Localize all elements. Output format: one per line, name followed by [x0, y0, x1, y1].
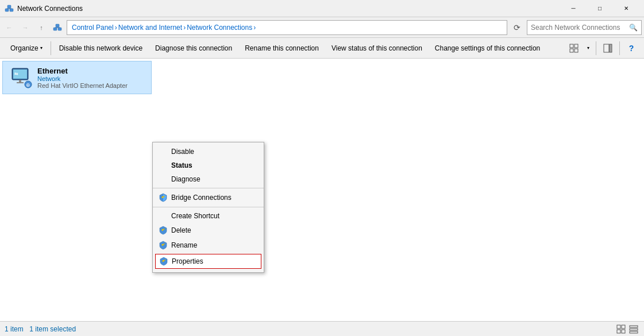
- change-settings-button[interactable]: Change settings of this connection: [429, 40, 546, 56]
- ctx-disable[interactable]: Disable: [153, 145, 264, 159]
- svg-rect-35: [630, 331, 638, 333]
- ctx-status[interactable]: Status: [153, 159, 264, 172]
- maximize-button[interactable]: □: [587, 0, 613, 17]
- diagnose-button[interactable]: Diagnose this connection: [149, 40, 238, 56]
- minimize-button[interactable]: ─: [560, 0, 587, 17]
- svg-rect-1: [10, 9, 13, 11]
- ctx-create-shortcut[interactable]: Create Shortcut: [153, 209, 264, 223]
- view-status-button[interactable]: View status of this connection: [326, 40, 428, 56]
- organize-arrow-icon: ▾: [40, 45, 43, 51]
- window-icon: [5, 4, 14, 13]
- toolbar-separator-2: [596, 41, 596, 55]
- status-bar: 1 item 1 item selected: [0, 321, 644, 336]
- svg-rect-32: [622, 330, 625, 333]
- svg-rect-0: [5, 9, 9, 11]
- ctx-delete[interactable]: Delete: [153, 223, 264, 238]
- preview-pane-button[interactable]: [600, 40, 616, 56]
- up-button[interactable]: ↑: [34, 21, 48, 34]
- window-controls: ─ □ ✕: [560, 0, 639, 17]
- view-mode-buttons: [615, 323, 639, 335]
- shield-icon-properties: [159, 257, 168, 266]
- toolbar-separator-1: [51, 41, 51, 55]
- ctx-bridge[interactable]: Bridge Connections: [153, 190, 264, 205]
- context-menu: Disable Status Diagnose Bridge Connectio…: [152, 142, 264, 273]
- svg-rect-30: [622, 325, 625, 329]
- svg-rect-15: [574, 49, 578, 52]
- shield-icon-rename: [159, 241, 168, 250]
- svg-text:⇆: ⇆: [14, 71, 18, 76]
- network-name: Ethernet: [37, 67, 128, 75]
- content-area: ⇆ ⊕ Ethernet Network Red Hat VirtIO Ethe…: [0, 59, 644, 321]
- search-icon: 🔍: [629, 24, 638, 32]
- back-button[interactable]: ←: [2, 21, 16, 34]
- toolbar-separator-3: [619, 41, 620, 55]
- svg-rect-2: [7, 5, 11, 8]
- refresh-button[interactable]: ⟳: [510, 20, 525, 35]
- svg-rect-29: [617, 325, 620, 329]
- ctx-sep-2: [153, 207, 264, 207]
- svg-text:⊕: ⊕: [26, 82, 30, 88]
- svg-rect-13: [574, 44, 578, 48]
- svg-rect-8: [56, 24, 59, 27]
- shield-icon-bridge: [159, 193, 168, 202]
- svg-rect-12: [570, 44, 573, 48]
- svg-rect-14: [570, 49, 573, 52]
- svg-rect-33: [630, 326, 638, 327]
- search-input[interactable]: [531, 24, 629, 32]
- large-icon-view-button[interactable]: [615, 323, 627, 335]
- organize-button[interactable]: Organize ▾: [5, 40, 48, 56]
- title-bar: Network Connections ─ □ ✕: [0, 0, 644, 17]
- network-info: Ethernet Network Red Hat VirtIO Ethernet…: [37, 67, 128, 89]
- ethernet-icon: ⇆ ⊕: [10, 66, 33, 89]
- ctx-rename[interactable]: Rename: [153, 238, 264, 253]
- ethernet-item[interactable]: ⇆ ⊕ Ethernet Network Red Hat VirtIO Ethe…: [2, 61, 152, 94]
- forward-button[interactable]: →: [18, 21, 32, 34]
- address-path[interactable]: Control Panel › Network and Internet › N…: [67, 20, 507, 35]
- close-button[interactable]: ✕: [613, 0, 639, 17]
- svg-rect-17: [610, 44, 612, 52]
- search-box[interactable]: 🔍: [527, 20, 642, 35]
- svg-rect-34: [630, 329, 638, 330]
- svg-rect-21: [17, 82, 24, 83]
- rename-button[interactable]: Rename this connection: [239, 40, 325, 56]
- disable-button[interactable]: Disable this network device: [53, 40, 148, 56]
- selected-count: 1 item selected: [29, 325, 76, 333]
- ctx-sep-1: [153, 188, 264, 188]
- address-bar: ← → ↑ Control Panel › Network and Intern…: [0, 17, 644, 38]
- path-icon: [52, 22, 63, 33]
- help-button[interactable]: ?: [623, 40, 639, 56]
- detail-view-button[interactable]: [628, 323, 639, 335]
- path-control-panel[interactable]: Control Panel: [72, 24, 114, 32]
- toolbar-right: ▾ ?: [566, 40, 639, 56]
- path-network-internet[interactable]: Network and Internet: [118, 24, 182, 32]
- window-title: Network Connections: [17, 5, 560, 13]
- view-dropdown-button[interactable]: ▾: [584, 40, 592, 56]
- svg-rect-16: [604, 44, 609, 52]
- path-network-connections[interactable]: Network Connections: [187, 24, 252, 32]
- svg-rect-31: [617, 330, 620, 333]
- shield-icon-delete: [159, 226, 168, 235]
- item-count: 1 item: [5, 325, 24, 333]
- ctx-diagnose[interactable]: Diagnose: [153, 172, 264, 186]
- toolbar: Organize ▾ Disable this network device D…: [0, 38, 644, 59]
- view-options-button[interactable]: [566, 40, 582, 56]
- svg-rect-7: [58, 28, 61, 30]
- ctx-properties[interactable]: Properties: [155, 254, 261, 269]
- svg-rect-6: [53, 28, 57, 30]
- network-adapter: Red Hat VirtIO Ethernet Adapter: [37, 82, 128, 89]
- network-status: Network: [37, 75, 128, 82]
- svg-rect-20: [19, 80, 21, 82]
